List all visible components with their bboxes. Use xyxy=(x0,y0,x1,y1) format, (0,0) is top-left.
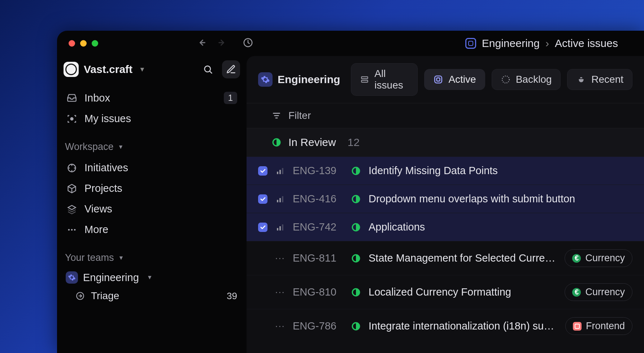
label-frontend[interactable]: Frontend xyxy=(565,317,632,335)
tabs-row: Engineering All issues Active Backlog Re… xyxy=(247,56,644,103)
nav-label: Views xyxy=(84,203,112,215)
status-in-review-icon xyxy=(351,288,361,297)
svg-rect-19 xyxy=(279,198,281,202)
priority-none-icon[interactable]: ··· xyxy=(275,254,285,263)
tab-all-issues[interactable]: All issues xyxy=(351,63,418,96)
priority-medium-icon[interactable] xyxy=(275,223,285,232)
active-square-icon xyxy=(433,74,443,85)
status-in-review-icon xyxy=(351,194,361,204)
workspace-logo[interactable] xyxy=(64,62,79,77)
svg-rect-18 xyxy=(277,200,278,202)
frontend-icon xyxy=(573,322,582,331)
layers-icon xyxy=(66,204,77,215)
svg-rect-10 xyxy=(435,76,442,83)
issue-checkbox[interactable] xyxy=(258,288,267,297)
svg-rect-23 xyxy=(279,226,281,231)
label-currency[interactable]: €Currency xyxy=(565,283,632,301)
euro-icon: € xyxy=(572,288,581,297)
group-in-review[interactable]: In Review 12 xyxy=(247,128,644,156)
stack-icon xyxy=(360,74,369,85)
issue-title: Dropdown menu overlaps with submit butto… xyxy=(369,193,632,205)
team-square-icon xyxy=(465,38,476,49)
filter-icon xyxy=(272,111,281,120)
search-button[interactable] xyxy=(199,60,217,78)
caret-down-icon: ▼ xyxy=(118,255,124,261)
issue-id: ENG-811 xyxy=(293,252,343,264)
status-in-review-icon xyxy=(351,166,361,176)
inbox-icon xyxy=(66,92,77,103)
nav-label: My issues xyxy=(84,113,131,125)
new-issue-button[interactable] xyxy=(222,60,240,78)
breadcrumb-team[interactable]: Engineering xyxy=(482,37,540,49)
section-your-teams[interactable]: Your teams ▼ xyxy=(65,252,240,263)
caret-down-icon: ▼ xyxy=(118,144,124,150)
tab-backlog[interactable]: Backlog xyxy=(492,69,561,90)
issue-checkbox[interactable] xyxy=(258,166,267,176)
nav-forward-button[interactable] xyxy=(217,38,227,49)
tab-recent[interactable]: Recent xyxy=(567,69,632,90)
team-chip[interactable]: Engineering xyxy=(258,72,340,87)
issue-checkbox[interactable] xyxy=(258,194,267,204)
priority-medium-icon[interactable] xyxy=(275,166,285,176)
tab-active[interactable]: Active xyxy=(424,69,485,90)
app-window: Engineering › Active issues Vast.craft ▼… xyxy=(57,31,644,353)
cube-icon xyxy=(66,183,77,194)
window-minimize[interactable] xyxy=(80,40,87,47)
status-in-review-icon xyxy=(351,254,361,263)
nav-back-button[interactable] xyxy=(196,38,206,49)
issue-checkbox[interactable] xyxy=(258,254,267,263)
nav-views[interactable]: Views xyxy=(64,199,240,219)
issue-row[interactable]: ENG-742Applications xyxy=(247,213,644,241)
issue-row[interactable]: ENG-416Dropdown menu overlaps with submi… xyxy=(247,185,644,213)
nav-label: Projects xyxy=(84,182,122,194)
team-name: Engineering xyxy=(83,272,139,284)
workspace-name[interactable]: Vast.craft xyxy=(84,63,132,76)
svg-point-4 xyxy=(68,229,70,231)
team-triage[interactable]: Triage 39 xyxy=(64,287,240,305)
breadcrumb: Engineering › Active issues xyxy=(465,37,618,49)
label-currency[interactable]: €Currency xyxy=(565,249,632,267)
nav-my-issues[interactable]: My issues xyxy=(64,108,240,129)
team-sub-label: Triage xyxy=(91,290,119,302)
nav-initiatives[interactable]: Initiatives xyxy=(64,158,240,178)
group-count: 12 xyxy=(348,136,360,148)
section-workspace[interactable]: Workspace ▼ xyxy=(65,141,240,152)
issue-title: Integrate internationalization (i18n) su… xyxy=(369,320,557,332)
initiatives-icon xyxy=(66,163,77,173)
focus-icon xyxy=(66,113,77,124)
nav-projects[interactable]: Projects xyxy=(64,178,240,199)
inbox-badge: 1 xyxy=(224,92,237,104)
nav-inbox[interactable]: Inbox 1 xyxy=(64,87,240,108)
issue-checkbox[interactable] xyxy=(258,322,267,331)
window-close[interactable] xyxy=(69,40,75,47)
more-icon xyxy=(66,224,77,235)
priority-none-icon[interactable]: ··· xyxy=(275,322,285,331)
svg-rect-14 xyxy=(277,172,278,174)
group-name: In Review xyxy=(288,136,336,148)
euro-icon: € xyxy=(572,254,581,263)
gear-icon xyxy=(66,271,78,284)
issue-id: ENG-786 xyxy=(293,320,343,332)
svg-point-5 xyxy=(71,229,73,231)
issue-row[interactable]: ···ENG-810Localized Currency Formatting€… xyxy=(247,275,644,309)
window-controls xyxy=(69,40,98,47)
issue-row[interactable]: ···ENG-811State Management for Selected … xyxy=(247,241,644,275)
team-engineering[interactable]: Engineering ▼ xyxy=(64,268,240,287)
issue-checkbox[interactable] xyxy=(258,223,267,232)
svg-rect-16 xyxy=(282,168,283,174)
issue-row[interactable]: ENG-139Identify Missing Data Points xyxy=(247,156,644,185)
chevron-down-icon[interactable]: ▼ xyxy=(139,66,145,73)
main-panel: Engineering All issues Active Backlog Re… xyxy=(247,56,644,353)
issue-row[interactable]: ···ENG-786Integrate internationalization… xyxy=(247,309,644,343)
history-button[interactable] xyxy=(243,37,253,49)
filter-button[interactable]: Filter xyxy=(247,103,644,128)
breadcrumb-view: Active issues xyxy=(555,37,618,49)
svg-point-6 xyxy=(74,229,76,231)
priority-medium-icon[interactable] xyxy=(275,194,285,204)
issue-title: Identify Missing Data Points xyxy=(369,165,632,177)
priority-none-icon[interactable]: ··· xyxy=(275,288,285,297)
nav-more[interactable]: More xyxy=(64,219,240,240)
svg-rect-9 xyxy=(362,80,368,82)
window-maximize[interactable] xyxy=(92,40,98,47)
issue-id: ENG-742 xyxy=(293,221,343,233)
